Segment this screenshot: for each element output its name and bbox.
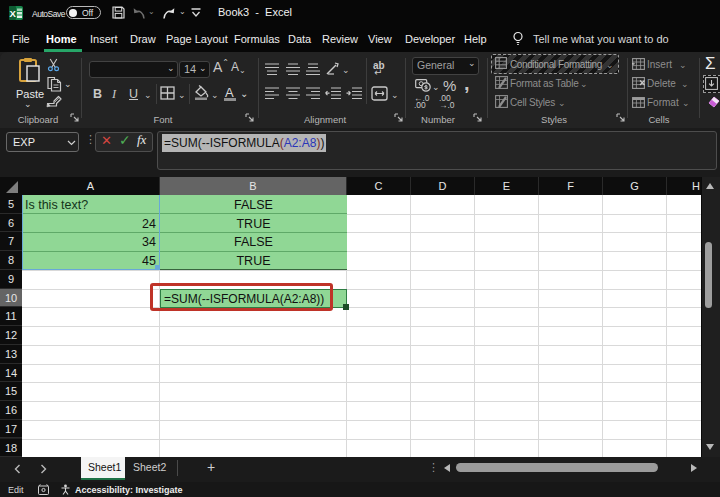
svg-text:X: X [9,8,16,19]
